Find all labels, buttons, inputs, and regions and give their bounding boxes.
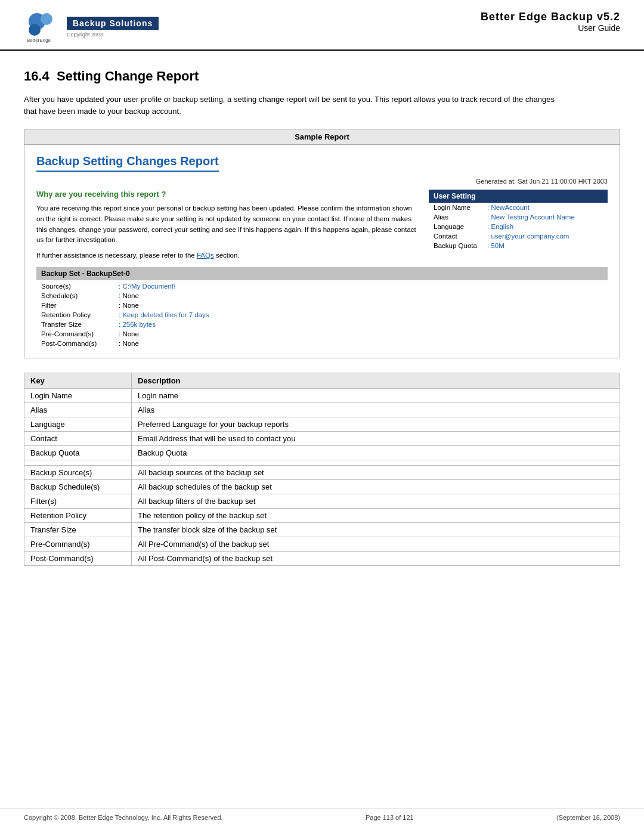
desc-cell: The retention policy of the backup set [132, 509, 620, 523]
backup-set-row: Transfer Size: 256k bytes [36, 320, 608, 329]
bs-key: Post-Command(s) [41, 340, 119, 347]
svg-point-1 [41, 13, 52, 25]
betteredge-icon: BetterEdge technology [24, 11, 60, 44]
desc-cell: All backup schedules of the backup set [132, 480, 620, 494]
backup-set-section: Backup Set - BackupSet-0 Source(s): C:\M… [36, 267, 608, 348]
footer-copyright: Copyright © 2008, Better Edge Technology… [24, 814, 223, 821]
key-desc-table: Key Description Login NameLogin nameAlia… [24, 373, 620, 566]
bs-value: : Keep deleted files for 7 days [119, 311, 209, 318]
desc-cell: Login name [132, 389, 620, 403]
report-left: Why are you receiving this report ? You … [36, 190, 417, 259]
faq-text: If further assistance is necessary, plea… [36, 252, 417, 259]
desc-cell: Preferred Language for your backup repor… [132, 417, 620, 432]
user-setting-value: : 50M [482, 241, 608, 250]
product-title: Better Edge Backup v5.2 [481, 11, 620, 23]
user-setting-key: Backup Quota [429, 241, 482, 250]
key-desc-row: Backup QuotaBackup Quota [24, 446, 620, 460]
user-setting-row: Language: English [429, 222, 608, 231]
bs-value: : None [119, 330, 139, 337]
user-setting-row: Contact: user@your-company.com [429, 231, 608, 241]
bs-value: : None [119, 302, 139, 309]
user-setting-row: Backup Quota: 50M [429, 241, 608, 250]
key-desc-row: Backup Source(s)All backup sources of th… [24, 466, 620, 480]
key-cell: Login Name [24, 389, 132, 403]
col-desc-header: Description [132, 373, 620, 389]
key-desc-row: Filter(s)All backup filters of the backu… [24, 494, 620, 509]
user-setting-value: : user@your-company.com [482, 231, 608, 241]
user-setting-key: Contact [429, 231, 482, 241]
bs-key: Source(s) [41, 283, 119, 290]
bs-key: Transfer Size [41, 321, 119, 328]
key-cell: Language [24, 417, 132, 432]
user-setting-row: Login Name: NewAccount [429, 203, 608, 212]
key-cell: Pre-Command(s) [24, 537, 132, 552]
report-main-title: Backup Setting Changes Report [36, 154, 219, 172]
header-right: Better Edge Backup v5.2 User Guide [481, 11, 620, 33]
user-setting-value: : New Testing Account Name [482, 212, 608, 222]
why-heading: Why are you receiving this report ? [36, 190, 417, 199]
col-key-header: Key [24, 373, 132, 389]
key-desc-row: LanguagePreferred Language for your back… [24, 417, 620, 432]
bs-key: Retention Policy [41, 311, 119, 318]
key-cell: Alias [24, 403, 132, 417]
desc-cell: Backup Quota [132, 446, 620, 460]
bs-key: Filter [41, 302, 119, 309]
backup-set-rows: Source(s): C:\My Document\Schedule(s): N… [36, 281, 608, 348]
sample-report-inner: Backup Setting Changes Report Generated … [24, 145, 620, 358]
desc-cell: Email Address that will be used to conta… [132, 432, 620, 446]
sample-report-title: Sample Report [24, 129, 620, 145]
user-setting-key: Language [429, 222, 482, 231]
svg-text:BetterEdge: BetterEdge [27, 38, 51, 43]
bs-value: : None [119, 340, 139, 347]
page-header: BetterEdge technology Backup Solutions C… [0, 0, 644, 51]
backup-solutions-label: Backup Solutions [67, 17, 159, 30]
sample-report-box: Sample Report Backup Setting Changes Rep… [24, 129, 620, 358]
bs-value: : 256k bytes [119, 321, 156, 328]
bs-key: Pre-Command(s) [41, 330, 119, 337]
key-desc-row: Retention PolicyThe retention policy of … [24, 509, 620, 523]
user-setting-row: Alias: New Testing Account Name [429, 212, 608, 222]
key-cell: Contact [24, 432, 132, 446]
copyright-small: Copyright 2003 [67, 32, 103, 38]
footer-page: Page 113 of 121 [366, 814, 414, 821]
key-desc-row: Post-Command(s)All Post-Command(s) of th… [24, 552, 620, 566]
logo-text: Backup Solutions Copyright 2003 [67, 17, 159, 38]
logo-area: BetterEdge technology Backup Solutions C… [24, 11, 159, 44]
key-cell: Transfer Size [24, 523, 132, 537]
key-cell: Filter(s) [24, 494, 132, 509]
report-body: Why are you receiving this report ? You … [36, 190, 608, 259]
desc-cell: All backup sources of the backup set [132, 466, 620, 480]
report-right: User Setting Login Name: NewAccountAlias… [429, 190, 608, 259]
page-footer: Copyright © 2008, Better Edge Technology… [0, 809, 644, 821]
key-cell: Backup Schedule(s) [24, 480, 132, 494]
user-setting-value: : English [482, 222, 608, 231]
key-cell: Retention Policy [24, 509, 132, 523]
key-desc-empty-row [24, 460, 620, 466]
key-desc-row: ContactEmail Address that will be used t… [24, 432, 620, 446]
key-desc-row: Pre-Command(s)All Pre-Command(s) of the … [24, 537, 620, 552]
desc-cell: The transfer block size of the backup se… [132, 523, 620, 537]
desc-cell: All backup filters of the backup set [132, 494, 620, 509]
faq-link[interactable]: FAQs [197, 252, 214, 259]
user-setting-key: Alias [429, 212, 482, 222]
section-heading: 16.4 Setting Change Report [24, 69, 620, 84]
key-desc-row: AliasAlias [24, 403, 620, 417]
report-generated: Generated at: Sat Jun 21 11:00:00 HKT 20… [36, 178, 608, 185]
desc-cell: All Pre-Command(s) of the backup set [132, 537, 620, 552]
desc-cell: All Post-Command(s) of the backup set [132, 552, 620, 566]
footer-date: (September 16, 2008) [556, 814, 620, 821]
backup-set-row: Filter: None [36, 301, 608, 310]
user-setting-table: User Setting Login Name: NewAccountAlias… [429, 190, 608, 250]
key-cell: Backup Quota [24, 446, 132, 460]
backup-set-header: Backup Set - BackupSet-0 [36, 267, 608, 280]
user-guide-label: User Guide [481, 23, 620, 33]
bs-value: : None [119, 292, 139, 299]
backup-set-row: Schedule(s): None [36, 291, 608, 301]
backup-set-row: Retention Policy: Keep deleted files for… [36, 310, 608, 320]
bs-value: : C:\My Document\ [119, 283, 175, 290]
user-setting-header: User Setting [429, 190, 608, 203]
user-setting-key: Login Name [429, 203, 482, 212]
backup-set-row: Post-Command(s): None [36, 339, 608, 348]
report-body-text: You are receiving this report since your… [36, 203, 417, 246]
key-cell: Backup Source(s) [24, 466, 132, 480]
